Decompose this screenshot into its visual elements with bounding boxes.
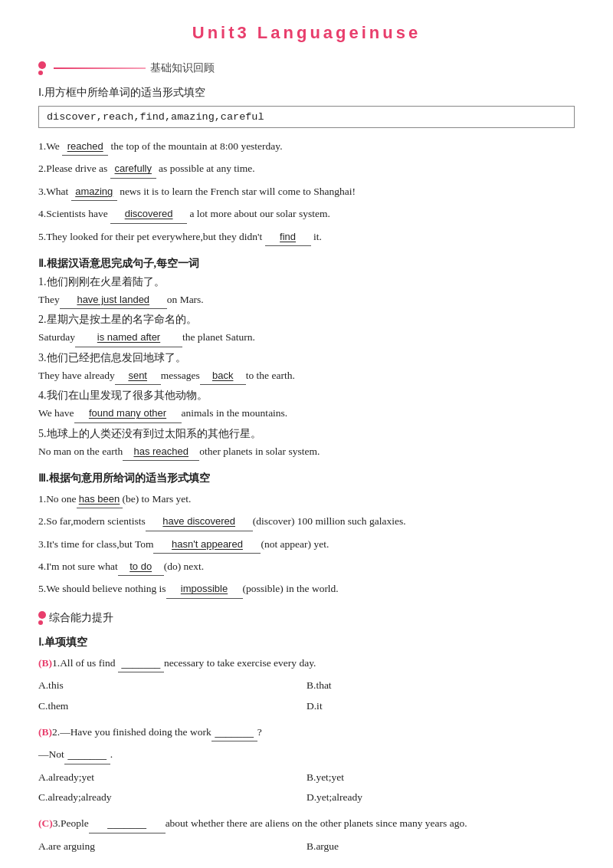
part3-sentence-2: 2.So far,modern scientistshave discovere… — [38, 512, 575, 531]
blank-p2-3b: back — [200, 367, 246, 385]
part2-sentence-2: Saturdayis named afterthe planet Saturn. — [38, 328, 575, 347]
blank-3: amazing — [71, 182, 117, 201]
part2-title: Ⅱ.根据汉语意思完成句子,每空一词 — [38, 257, 575, 271]
section1-header: 基础知识回顾 — [38, 61, 575, 75]
mc-q1-option-d: D.it — [306, 697, 575, 715]
mc-q1-option-a: A.this — [38, 676, 306, 695]
mc-q1-option-b: B.that — [306, 676, 575, 695]
part4-block: Ⅰ.单项填空 (B)1.All of us find _______necess… — [38, 636, 575, 856]
dot-big-2 — [38, 611, 46, 619]
blank-p3-1: has been — [77, 490, 123, 508]
blank-p2-3a: sent — [115, 367, 161, 385]
mc-q1-text: (B)1.All of us find _______necessary to … — [38, 654, 575, 672]
blank-5: find — [265, 228, 311, 246]
blank-p2-4: found many other — [74, 404, 182, 422]
blank-4: discovered — [110, 205, 187, 223]
section2-dots — [38, 611, 46, 625]
mc-q2-label: (B) — [38, 726, 52, 738]
blank-p3-2: have discovered — [146, 512, 253, 531]
section1-line — [54, 67, 146, 69]
part3-sentence-5: 5.We should believe nothing isimpossible… — [38, 580, 575, 598]
mc-q2-text: (B)2.—Have you finished doing the work__… — [38, 723, 575, 741]
part2-sentence-4: We havefound many otheranimals in the mo… — [38, 404, 575, 422]
mc-q2-blank2: _______ — [64, 745, 110, 764]
mc-q1-blank: _______ — [118, 654, 164, 672]
sentence-3: 3.What amazing news it is to learn the F… — [38, 182, 575, 201]
sentence-5: 5.They looked for their pet everywhere,b… — [38, 228, 575, 246]
chinese-1: 1.他们刚刚在火星着陆了。 — [38, 275, 575, 289]
part3-sentence-3: 3.It's time for class,but Tomhasn't appe… — [38, 535, 575, 554]
chinese-4: 4.我们在山里发现了很多其他动物。 — [38, 389, 575, 403]
mc-q3-text: (C)3.People_______about whether there ar… — [38, 814, 575, 833]
section2-label: 综合能力提升 — [49, 611, 113, 625]
mc-q2-options: A.already;yet B.yet;yet C.already;alread… — [38, 768, 575, 807]
part4-title: Ⅰ.单项填空 — [38, 636, 575, 649]
mc-q1-label: (B) — [38, 657, 52, 669]
sentence-1: 1.We reached the top of the mountain at … — [38, 137, 575, 156]
dot-small-2 — [38, 620, 43, 625]
mc-q2-blank1: _______ — [211, 723, 257, 741]
chinese-3: 3.他们已经把信息发回地球了。 — [38, 351, 575, 365]
page-title: Unit3 Languageinuse — [38, 23, 575, 43]
section1-label: 基础知识回顾 — [150, 61, 215, 75]
mc-question-3: (C)3.People_______about whether there ar… — [38, 814, 575, 856]
mc-question-1: (B)1.All of us find _______necessary to … — [38, 654, 575, 715]
chinese-5: 5.地球上的人类还没有到过太阳系的其他行星。 — [38, 427, 575, 441]
mc-q3-option-a: A.are arguing — [38, 837, 306, 856]
mc-q1-option-c: C.them — [38, 697, 306, 715]
dot-small — [38, 71, 43, 75]
word-box: discover,reach,find,amazing,careful — [38, 106, 575, 128]
sentence-4: 4.Scientists have discovered a lot more … — [38, 205, 575, 223]
mc-q2-option-b: B.yet;yet — [306, 768, 575, 787]
blank-p3-5: impossible — [166, 580, 243, 598]
part2-block: Ⅱ.根据汉语意思完成句子,每空一词 1.他们刚刚在火星着陆了。 Theyhave… — [38, 257, 575, 461]
part2-sentence-1: Theyhave just landedon Mars. — [38, 291, 575, 309]
part3-sentence-4: 4.I'm not sure whatto do(do) next. — [38, 557, 575, 576]
mc-q3-label: (C) — [38, 817, 53, 829]
blank-p2-1: have just landed — [60, 291, 167, 309]
blank-p2-2: is named after — [75, 328, 182, 347]
blank-2: carefully — [110, 159, 156, 178]
dot-big — [38, 61, 46, 69]
mc-q2-extra: —Not_______. — [38, 745, 575, 764]
mc-q3-option-b: B.argue — [306, 837, 575, 856]
part2-sentence-3: They have alreadysentmessagesbackto the … — [38, 367, 575, 385]
blank-p3-3: hasn't appeared — [153, 535, 261, 554]
part2-sentence-5: No man on the earthhas reachedother plan… — [38, 442, 575, 461]
mc-q3-options: A.are arguing B.argue — [38, 837, 575, 856]
part3-block: Ⅲ.根据句意用所给词的适当形式填空 1.No onehas been(be) t… — [38, 472, 575, 599]
mc-question-2: (B)2.—Have you finished doing the work__… — [38, 723, 575, 807]
sentence-2: 2.Please drive as carefully as possible … — [38, 159, 575, 178]
section1-dots — [38, 61, 46, 75]
mc-q2-option-d: D.yet;already — [306, 788, 575, 807]
section2-header: 综合能力提升 — [38, 611, 575, 625]
part3-title: Ⅲ.根据句意用所给词的适当形式填空 — [38, 472, 575, 485]
part1-title: Ⅰ.用方框中所给单词的适当形式填空 — [38, 86, 575, 100]
mc-q2-option-c: C.already;already — [38, 788, 306, 807]
blank-p2-5: has reached — [123, 442, 199, 461]
mc-q2-option-a: A.already;yet — [38, 768, 306, 787]
blank-1: reached — [62, 137, 108, 156]
part3-sentence-1: 1.No onehas been(be) to Mars yet. — [38, 490, 575, 508]
blank-p3-4: to do — [118, 557, 164, 576]
mc-q1-options: A.this B.that C.them D.it — [38, 676, 575, 715]
chinese-2: 2.星期六是按土星的名字命名的。 — [38, 313, 575, 327]
part1-block: Ⅰ.用方框中所给单词的适当形式填空 discover,reach,find,am… — [38, 86, 575, 246]
mc-q3-blank: _______ — [89, 814, 166, 833]
